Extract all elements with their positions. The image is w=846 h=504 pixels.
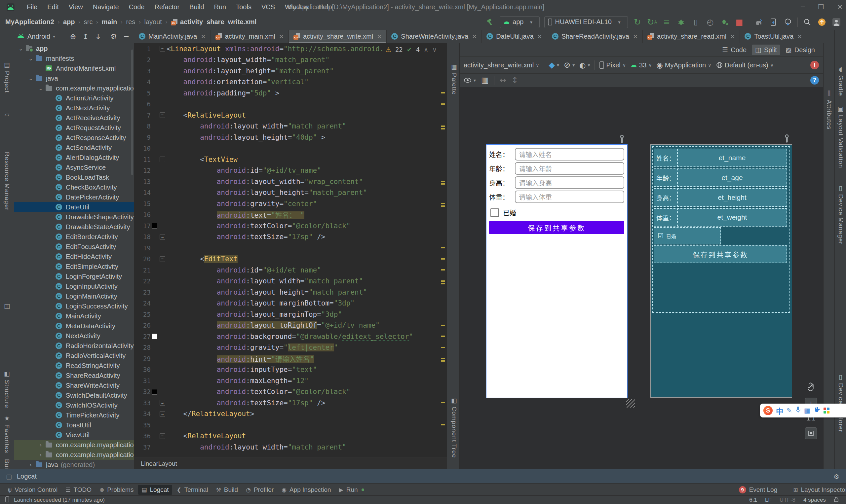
- field-input-et_height[interactable]: 请输入身高: [515, 176, 624, 189]
- settings-gear-icon[interactable]: ⚙: [109, 31, 119, 41]
- keyboard-icon[interactable]: ▦: [804, 407, 810, 414]
- stripe-device-explorer[interactable]: ▯Device Explorer: [835, 373, 846, 432]
- tree-item-actrequestactivity[interactable]: CActRequestActivity: [14, 123, 134, 133]
- code-line-8[interactable]: 8 android:layout_width="match_parent": [134, 121, 447, 132]
- mode-split[interactable]: ◫Split: [752, 44, 780, 55]
- tab-sharewriteactivity.java[interactable]: CShareWriteActivity.java✕: [387, 30, 482, 43]
- tree-item-manifests[interactable]: ⌄manifests: [14, 54, 134, 64]
- pan-hand-icon[interactable]: [807, 382, 815, 392]
- tree-item-editfocusactivity[interactable]: CEditFocusActivity: [14, 242, 134, 252]
- code-line-23[interactable]: 23 android:layout_height="match_parent": [134, 287, 447, 298]
- tab-close-icon[interactable]: ✕: [633, 33, 638, 40]
- menu-run[interactable]: Run: [209, 0, 231, 14]
- search-icon[interactable]: [803, 17, 812, 27]
- expand-all-button[interactable]: ↥: [81, 31, 91, 41]
- tool-terminal[interactable]: ❮Terminal: [174, 485, 211, 495]
- tab-close-icon[interactable]: ✕: [472, 33, 477, 40]
- tab-activity_share_write.xml[interactable]: <>activity_share_write.xml✕: [289, 30, 387, 43]
- form-row-et_height[interactable]: 身高：请输入身高: [489, 177, 624, 188]
- locale-selector[interactable]: Default (en-us)∨: [716, 61, 774, 69]
- run-config-selector[interactable]: app▾: [500, 16, 540, 28]
- grid-mode-icon[interactable]: ▥: [481, 76, 489, 85]
- stripe-structure[interactable]: ◧Structure: [0, 370, 14, 408]
- code-line-15[interactable]: 15 android:gravity="center": [134, 198, 447, 210]
- run-button[interactable]: ↻: [633, 17, 642, 27]
- gradle-sync-icon[interactable]: [754, 17, 764, 27]
- mic-icon[interactable]: [795, 406, 801, 415]
- tree-item-logininputactivity[interactable]: CLoginInputActivity: [14, 282, 134, 291]
- tree-item-actsendactivity[interactable]: CActSendActivity: [14, 143, 134, 152]
- fold-marker[interactable]: ⌐: [158, 400, 166, 406]
- tree-item-loginmainactivity[interactable]: CLoginMainActivity: [14, 291, 134, 301]
- caret-position[interactable]: 6:1: [749, 497, 757, 503]
- menu-tools[interactable]: Tools: [231, 0, 257, 14]
- code-line-9[interactable]: 9 android:layout_height="40dp" >: [134, 132, 447, 143]
- code-line-19[interactable]: 19: [134, 242, 447, 254]
- field-input-et_weight[interactable]: 请输入体重: [515, 191, 624, 203]
- tree-item-viewutil[interactable]: CViewUtil: [14, 430, 134, 440]
- avatar-icon[interactable]: [831, 17, 841, 27]
- chevron-down-icon[interactable]: ⌄: [27, 55, 35, 62]
- chevron-down-icon[interactable]: ⌄: [27, 75, 35, 82]
- prev-issue-button[interactable]: ∧: [424, 46, 428, 53]
- device-selector[interactable]: HUAWEI EDI-AL10▾: [544, 16, 628, 28]
- stripe-icon[interactable]: ◫: [0, 302, 14, 309]
- code-line-33[interactable]: 33⌐ android:textSize="17sp" />: [134, 397, 447, 409]
- view-options-icon[interactable]: ◆▾: [549, 60, 560, 70]
- stripe-favorites[interactable]: ★Favorites: [0, 414, 14, 453]
- code-line-35[interactable]: 35: [134, 419, 447, 431]
- field-input-et_age[interactable]: 请输入年龄: [515, 162, 624, 175]
- code-line-3[interactable]: 3 android:layout_height="match_parent": [134, 66, 447, 77]
- bp-label-et_weight[interactable]: 体重：: [654, 208, 679, 227]
- code-line-34[interactable]: 34⌐ </RelativeLayout>: [134, 409, 447, 420]
- tree-item-actresponseactivity[interactable]: CActResponseActivity: [14, 133, 134, 143]
- error-badge[interactable]: !: [810, 61, 819, 69]
- code-line-27[interactable]: 27 android:background="@drawable/editext…: [134, 331, 447, 342]
- stripe-gradle[interactable]: ◖Gradle: [835, 66, 846, 96]
- code-line-10[interactable]: 10: [134, 143, 447, 154]
- save-shared-prefs-button[interactable]: 保存到共享参数: [489, 221, 624, 234]
- design-file-selector[interactable]: activity_share_write.xml∨: [464, 61, 539, 69]
- tree-item-actionuriactivity[interactable]: CActionUriActivity: [14, 93, 134, 103]
- theme-selector[interactable]: ◉MyApplication∨: [657, 61, 711, 69]
- maximize-button[interactable]: ❒: [818, 3, 824, 11]
- code-line-5[interactable]: 5 android:padding="5dp" >: [134, 88, 447, 99]
- fold-marker[interactable]: −: [158, 46, 166, 52]
- tool-run[interactable]: ▶Run: [336, 485, 368, 495]
- form-row-et_age[interactable]: 年龄：请输入年龄: [489, 162, 624, 174]
- code-line-32[interactable]: 32 android:textColor="@color/black": [134, 386, 447, 398]
- fold-marker[interactable]: −: [158, 112, 166, 118]
- tab-activity_share_read.xml[interactable]: <>activity_share_read.xml✕: [643, 30, 740, 43]
- married-checkbox[interactable]: 已婚: [490, 208, 516, 217]
- menu-edit[interactable]: Edit: [42, 0, 64, 14]
- code-line-12[interactable]: 12 android:id="@+id/tv_name": [134, 165, 447, 176]
- code-line-30[interactable]: 30 android:inputType="text": [134, 364, 447, 376]
- tab-close-icon[interactable]: ✕: [537, 33, 542, 40]
- breadcrumb-item[interactable]: MyApplication2: [5, 18, 54, 26]
- menu-build[interactable]: Build: [184, 0, 209, 14]
- project-scrollbar[interactable]: [131, 50, 133, 175]
- next-issue-button[interactable]: ∨: [432, 46, 437, 53]
- tree-item-loginsuccessactivity[interactable]: CLoginSuccessActivity: [14, 301, 134, 311]
- chevron-right-icon[interactable]: ›: [37, 452, 45, 458]
- sdk-manager-icon[interactable]: [783, 17, 793, 27]
- indent-setting[interactable]: 4 spaces: [804, 497, 826, 503]
- code-line-37[interactable]: 37 android:layout_width="match_parent": [134, 442, 447, 453]
- code-editor[interactable]: 1−<LinearLayout xmlns:android="http://sc…: [134, 43, 447, 457]
- orientation-swap-icon[interactable]: ↔: [500, 76, 506, 85]
- editor-breadcrumb[interactable]: LinearLayout: [134, 457, 453, 469]
- tree-item-alertdialogactivity[interactable]: CAlertDialogActivity: [14, 152, 134, 162]
- api-selector[interactable]: 33∨: [631, 61, 652, 69]
- code-line-25[interactable]: 25 android:layout_marginTop="3dp": [134, 309, 447, 320]
- tool-app-inspection[interactable]: ◉App Inspection: [278, 485, 334, 495]
- attach-debugger-icon[interactable]: [720, 17, 730, 27]
- breadcrumb-item[interactable]: res: [126, 18, 136, 26]
- tree-item-checkboxactivity[interactable]: CCheckBoxActivity: [14, 182, 134, 192]
- code-line-16[interactable]: 16 android:text="姓名： ": [134, 210, 447, 221]
- apply-code-changes-button[interactable]: ≡: [662, 17, 671, 27]
- tool-build[interactable]: ⚒Build: [213, 485, 242, 495]
- locate-file-button[interactable]: ⊕: [68, 31, 78, 41]
- view-mode-eye-icon[interactable]: ▾: [464, 77, 476, 83]
- tab-close-icon[interactable]: ✕: [200, 33, 206, 40]
- stripe-icon[interactable]: ▱: [0, 111, 14, 118]
